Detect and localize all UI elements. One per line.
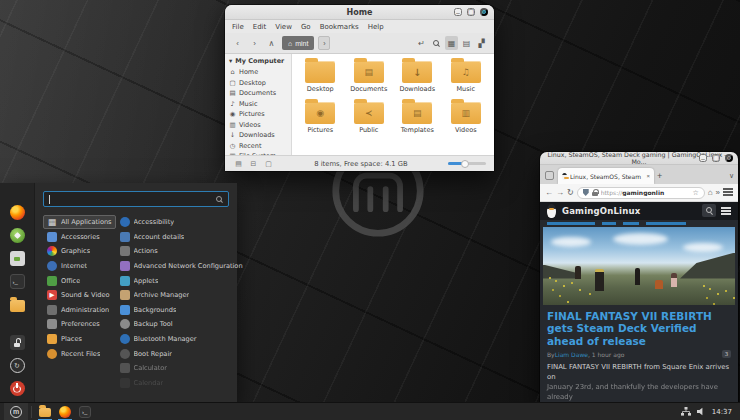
search-icon[interactable]	[430, 36, 443, 50]
sidebar-hide-icon[interactable]: ▢	[263, 160, 274, 168]
volume-icon[interactable]	[697, 407, 706, 416]
new-tab-button[interactable]: +	[657, 171, 662, 181]
menu-app-item[interactable]: Accessibility	[116, 215, 247, 230]
nav-reload-button[interactable]: ↻	[567, 188, 574, 197]
author-link[interactable]: Liam Dawe	[555, 351, 588, 358]
up-button[interactable]: ∧	[265, 36, 278, 50]
list-view-button[interactable]: ▤	[460, 36, 473, 50]
sidebar-place-item[interactable]: ⌂ Home	[229, 67, 291, 78]
taskbar-app-button[interactable]: ›_	[75, 403, 95, 420]
fm-close-button[interactable]: ×	[480, 8, 488, 16]
menu-category-item[interactable]: Office	[43, 273, 116, 288]
browser-maximize-button[interactable]: ▢	[712, 154, 720, 162]
grid-view-button[interactable]: ▦	[445, 36, 458, 50]
browser-close-button[interactable]: ×	[725, 154, 733, 162]
home-button[interactable]: ⌂	[708, 188, 713, 197]
fm-menu-item[interactable]: Bookmarks	[320, 23, 359, 31]
tracking-shield-icon[interactable]	[583, 189, 589, 196]
site-search-icon[interactable]	[702, 204, 716, 217]
menu-app-item[interactable]: Calendar	[116, 376, 247, 391]
menu-app-item[interactable]: Applets	[116, 273, 247, 288]
nav-forward-button[interactable]: →	[556, 188, 564, 197]
menu-category-item[interactable]: ▶ Sound & Video	[43, 288, 116, 303]
fm-titlebar[interactable]: Home – ▢ ×	[225, 5, 494, 20]
zoom-slider-knob[interactable]	[461, 160, 469, 168]
site-logo-penguin-icon[interactable]	[547, 204, 556, 218]
menu-category-item[interactable]: Recent Files	[43, 346, 116, 361]
files-launcher[interactable]	[10, 297, 25, 312]
comment-count-badge[interactable]: 3	[722, 350, 731, 358]
menu-app-item[interactable]: Archive Manager	[116, 288, 247, 303]
folder-item[interactable]: Music	[442, 61, 491, 93]
menu-category-item[interactable]: Accessories	[43, 230, 116, 245]
menu-category-item[interactable]: Places	[43, 332, 116, 347]
folder-item[interactable]: Documents	[345, 61, 394, 93]
sidebar-tree-toggle-icon[interactable]: ⊟	[248, 160, 259, 168]
browser-titlebar[interactable]: Linux, SteamOS, Steam Deck gaming | Gami…	[540, 152, 738, 165]
forward-button[interactable]: ›	[248, 36, 261, 50]
sidebar-places-toggle-icon[interactable]: ▤	[233, 160, 244, 168]
tab-close-icon[interactable]: ×	[646, 173, 650, 179]
sidebar-place-item[interactable]: ◷ Recent	[229, 141, 291, 152]
software-manager-launcher[interactable]	[10, 228, 25, 243]
terminal-launcher[interactable]: ›_	[10, 274, 25, 289]
folder-item[interactable]: Pictures	[296, 102, 345, 134]
fm-menu-item[interactable]: View	[275, 23, 292, 31]
sidebar-place-item[interactable]: ▤ Documents	[229, 88, 291, 99]
fm-menu-item[interactable]: File	[232, 23, 244, 31]
sidebar-section-header[interactable]: ▾My Computer	[229, 57, 291, 65]
site-nav-link[interactable]	[547, 222, 595, 225]
fm-menu-item[interactable]: Help	[368, 23, 384, 31]
sidebar-place-item[interactable]: ↓ Downloads	[229, 130, 291, 141]
menu-category-item[interactable]: Administration	[43, 303, 116, 318]
power-off-button[interactable]	[10, 381, 25, 396]
browser-tab[interactable]: Linux, SteamOS, Steam Dec ×	[558, 168, 654, 184]
site-nav-link[interactable]	[623, 222, 639, 225]
folder-item[interactable]: Desktop	[296, 61, 345, 93]
network-icon[interactable]	[681, 407, 691, 416]
menu-category-item[interactable]: Preferences	[43, 317, 116, 332]
breadcrumb[interactable]: ⌂mint	[282, 36, 314, 50]
menu-search-input[interactable]	[43, 191, 229, 207]
browser-minimize-button[interactable]: –	[699, 154, 707, 162]
clock[interactable]: 14:37	[712, 408, 732, 416]
bookmark-star-icon[interactable]: ☆	[692, 189, 698, 197]
fm-menu-item[interactable]: Go	[301, 23, 311, 31]
list-tabs-icon[interactable]: ∨	[729, 172, 734, 180]
menu-category-item[interactable]: Graphics	[43, 244, 116, 259]
menu-category-item[interactable]: ▦ All Applications	[43, 215, 116, 230]
fm-menu-item[interactable]: Edit	[253, 23, 267, 31]
zoom-slider[interactable]	[448, 162, 486, 165]
breadcrumb-next-button[interactable]: ›	[318, 36, 330, 50]
sidebar-place-item[interactable]: ♪ Music	[229, 99, 291, 110]
menu-app-item[interactable]: Calculator	[116, 361, 247, 376]
location-entry-icon[interactable]: ↵	[415, 36, 428, 50]
nav-back-button[interactable]: ←	[545, 188, 553, 197]
folder-item[interactable]: Templates	[393, 102, 442, 134]
sidebar-place-item[interactable]: ◉ Pictures	[229, 109, 291, 120]
software-sources-launcher[interactable]	[10, 251, 25, 266]
lock-icon[interactable]	[592, 189, 598, 196]
menu-category-item[interactable]: Internet	[43, 259, 116, 274]
lock-screen-button[interactable]	[10, 335, 25, 350]
site-menu-icon[interactable]	[721, 207, 731, 215]
site-nav-link[interactable]	[646, 222, 686, 225]
folder-item[interactable]: Videos	[442, 102, 491, 134]
taskbar-app-button[interactable]	[55, 403, 75, 420]
log-out-button[interactable]: ↻	[10, 358, 25, 373]
firefox-launcher[interactable]	[10, 205, 25, 220]
hamburger-menu-icon[interactable]	[723, 188, 733, 198]
menu-app-item[interactable]: Account details	[116, 230, 247, 245]
site-name[interactable]: GamingOnLinux	[562, 206, 640, 216]
menu-app-item[interactable]: Bluetooth Manager	[116, 332, 247, 347]
back-button[interactable]: ‹	[231, 36, 244, 50]
url-bar[interactable]: https://gamingonlin ☆	[577, 187, 705, 199]
taskbar-app-button[interactable]	[35, 403, 55, 420]
sidebar-place-item[interactable]: ▥ Videos	[229, 120, 291, 131]
fm-maximize-button[interactable]: ▢	[467, 8, 475, 16]
firefox-view-icon[interactable]	[545, 171, 554, 180]
folder-item[interactable]: Downloads	[393, 61, 442, 93]
folder-item[interactable]: Public	[345, 102, 394, 134]
menu-app-item[interactable]: Backgrounds	[116, 303, 247, 318]
article-hero-image[interactable]	[543, 227, 735, 305]
